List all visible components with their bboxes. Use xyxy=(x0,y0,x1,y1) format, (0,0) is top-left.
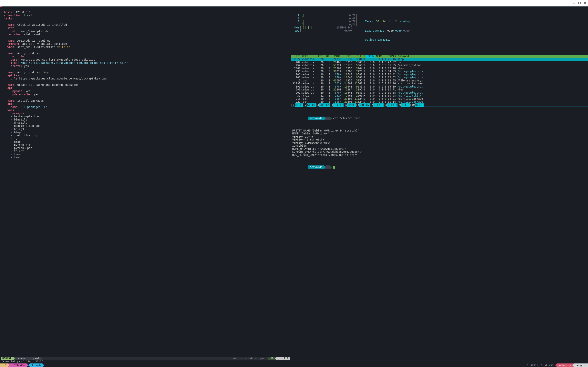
fkey-f10[interactable]: F10Quit xyxy=(410,103,423,107)
fkey-f6[interactable]: F6SortBy xyxy=(356,103,370,107)
shell-output: PRETTY_NAME="Debian GNU/Linux 9 (stretch… xyxy=(292,129,587,157)
tmux-clock: < 10:44 < 15 Oct xyxy=(524,363,555,367)
process-row[interactable]: 205sedwards200678M106489580S0.00.20:02.5… xyxy=(291,76,588,79)
process-row[interactable]: 254sedwards20059024155765360S0.00.30:01.… xyxy=(291,64,588,67)
vim-command-line[interactable]: "crostini.yaml" 124L, 3210C xyxy=(1,360,290,363)
vim-editor-content[interactable]: ---- hosts: 127.0.0.1 connection: local … xyxy=(1,8,290,357)
maximize-icon[interactable] xyxy=(578,1,581,4)
fkey-f7[interactable]: F7Nice - xyxy=(370,103,384,107)
process-row[interactable]: 282sedwards2002840039162908S0.00.10:42.0… xyxy=(291,61,588,64)
fkey-f2[interactable]: F2Setup xyxy=(303,103,316,107)
fkey-f4[interactable]: F4Filter xyxy=(330,103,343,107)
window-titlebar xyxy=(0,0,588,6)
prompt-user: sedwards xyxy=(308,117,324,120)
process-row[interactable]: 2082sedwards2002120453563464S0.00.10:00.… xyxy=(291,67,588,70)
shell-command: cat /etc/*release xyxy=(333,117,360,120)
shell-prompt-line[interactable]: sedwards~ xyxy=(292,162,587,172)
process-row[interactable]: 199sedwards200678M106489580S0.00.20:05.8… xyxy=(291,85,588,88)
svg-point-4 xyxy=(279,357,279,358)
cursor-icon xyxy=(333,166,335,169)
htop-header-row[interactable]: PIDUSERPRINIVIRTRESSHRSCPU%MEM%TIME+Comm… xyxy=(291,55,588,58)
process-row[interactable]: 690sedwards2002120052843392S0.00.10:00.7… xyxy=(291,88,588,91)
vim-mode: NORMAL xyxy=(1,357,13,360)
vim-line-col: 1:1 xyxy=(277,357,290,360)
htop-process-list[interactable]: 2872sedwards2002433636323084R0.70.11:26.… xyxy=(291,58,588,103)
fkey-f5[interactable]: F5Tree xyxy=(343,103,356,107)
vim-pane[interactable]: ---- hosts: 127.0.0.1 connection: local … xyxy=(0,7,291,363)
htop-function-keys[interactable]: F1Help F2Setup F3SearchF4FilterF5Tree F6… xyxy=(291,103,588,107)
tmux-status-bar[interactable]: ❐ 0 ↑ 23h 43m 1 bash < 10:44 < 15 Oct se… xyxy=(0,363,588,367)
process-row[interactable]: 206sedwards200678M106489580S0.00.20:00.4… xyxy=(291,73,588,76)
minimize-icon[interactable] xyxy=(573,1,575,4)
process-row[interactable]: 32293sedwards200102M2476012660S0.00.50:0… xyxy=(291,82,588,85)
fkey-f3[interactable]: F3Search xyxy=(316,103,330,107)
fkey-f8[interactable]: F8Nice + xyxy=(384,103,398,107)
close-icon[interactable] xyxy=(584,1,587,4)
tmux-user: sedwards xyxy=(557,363,572,367)
svg-rect-1 xyxy=(579,2,580,4)
htop-pane[interactable]: 1 [| 0.7%]2 [ 0.0%]3 [| 0.7%]4 [| 0.7%]M… xyxy=(291,7,588,107)
process-row[interactable]: 218root200395M2940811324S0.00.60:12.91/u… xyxy=(291,97,588,100)
vim-percent: 1% xyxy=(269,357,275,360)
htop-meters: 1 [| 0.7%]2 [ 0.0%]3 [| 0.7%]4 [| 0.7%]M… xyxy=(292,14,357,48)
tmux-uptime: ↑ 23h 43m xyxy=(9,363,26,367)
process-row[interactable]: 37rtkit211181M29602660R0.00.10:00.98/usr… xyxy=(291,94,588,97)
process-row[interactable]: 202sedwards200678M106489580S0.00.20:00.0… xyxy=(291,91,588,94)
process-row[interactable]: 222root200395M2940811324S0.00.60:00.14/u… xyxy=(291,100,588,103)
shell-prompt-line: sedwards~cat /etc/*release xyxy=(292,114,587,123)
fkey-f9[interactable]: F9Kill xyxy=(398,103,410,107)
svg-point-5 xyxy=(279,359,279,359)
vim-status-line: NORMAL ./crostini.yaml unix< utf-8< yaml… xyxy=(1,357,290,360)
fkey-f1[interactable]: F1Help xyxy=(291,103,303,107)
vim-file-meta: unix< utf-8< yaml xyxy=(42,357,267,360)
htop-sysinfo: Tasks: 38, 24 thr; 2 running Load averag… xyxy=(365,14,410,48)
process-row[interactable]: 16root2004609663565852S0.00.10:02.55/lib… xyxy=(291,79,588,82)
tmux-window[interactable]: 1 bash xyxy=(30,363,42,367)
vim-filename: ./crostini.yaml xyxy=(15,357,41,360)
prompt-path: ~ xyxy=(326,117,330,120)
tmux-session[interactable]: ❐ 0 xyxy=(0,363,8,367)
tmux-host: penguin xyxy=(574,363,588,367)
process-row[interactable]: 236sedwards2003001282087720S0.00.20:04.8… xyxy=(291,70,588,73)
process-row[interactable]: 2872sedwards2002433636323084R0.70.11:26.… xyxy=(291,58,588,61)
shell-pane[interactable]: sedwards~cat /etc/*release PRETTY_NAME="… xyxy=(291,107,588,179)
